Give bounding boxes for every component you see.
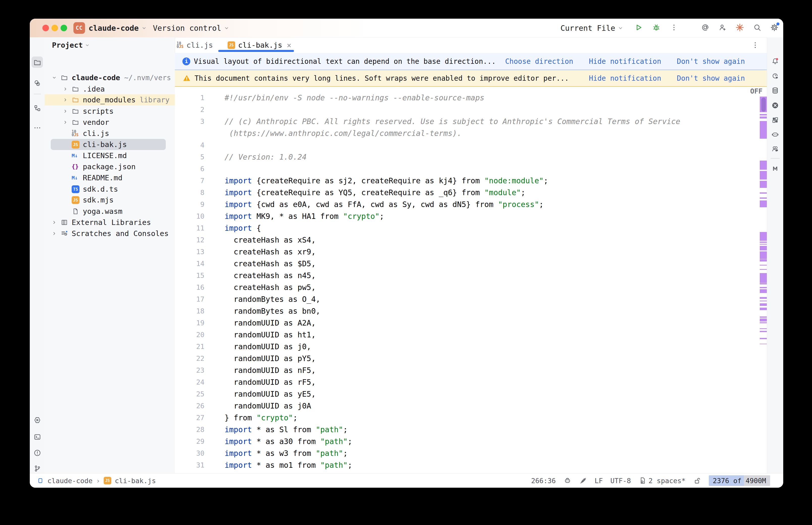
code-line-15[interactable]: 15 createHash as n45,: [175, 270, 767, 281]
tool-button-database[interactable]: [769, 85, 781, 96]
notification-link-choose-direction[interactable]: Choose direction: [505, 57, 573, 65]
code-line-26[interactable]: 26 randomUUID as j0A: [175, 400, 767, 412]
kebab-button[interactable]: [670, 23, 678, 33]
indent-widget[interactable]: 2 spaces*: [638, 477, 685, 485]
project-selector[interactable]: claude-code: [89, 19, 147, 37]
tool-button-problems[interactable]: [31, 447, 43, 459]
tab-cli-js[interactable]: 100JS cli.js: [177, 41, 213, 49]
bug-button[interactable]: [652, 23, 661, 33]
code-line-19[interactable]: 19 randomUUID as A2A,: [175, 317, 767, 329]
notification-link-hide-notification[interactable]: Hide notification: [589, 57, 661, 65]
code-line-28[interactable]: 28import * as Sl from "path";: [175, 424, 767, 435]
line-separator-widget[interactable]: LF: [595, 477, 603, 485]
tool-button-x-circle[interactable]: [769, 100, 781, 111]
tree-item-claude-code[interactable]: claude-code~/.nvm/vers: [45, 72, 175, 83]
code-line-16[interactable]: 16 createHash as pw5,: [175, 281, 767, 293]
close-window-button[interactable]: [42, 25, 49, 31]
tree-item--idea[interactable]: .idea: [45, 84, 175, 94]
gear-button[interactable]: [770, 23, 779, 33]
tree-item-scratches-and-consoles[interactable]: Scratches and Consoles: [45, 228, 175, 239]
tool-button-ai-chat[interactable]: [769, 70, 781, 82]
run-configuration-selector[interactable]: Current File: [560, 19, 623, 37]
at-sign-button[interactable]: [701, 23, 710, 33]
code-line-20[interactable]: 20 randomUUID as ht1,: [175, 329, 767, 341]
code-line-2[interactable]: 2: [175, 104, 767, 116]
code-line-5[interactable]: 5// Version: 1.0.24: [175, 151, 767, 163]
tree-item-yoga-wasm[interactable]: yoga.wasm: [45, 206, 175, 217]
tool-button-circles-question[interactable]: [31, 77, 43, 89]
code-line-10[interactable]: 10import MK9, * as HA1 from "crypto";: [175, 210, 767, 222]
lock-open-icon[interactable]: [693, 477, 701, 485]
code-line-7[interactable]: 7import {createRequire as sj2, createReq…: [175, 175, 767, 186]
memory-indicator[interactable]: 2376 of 4900M: [709, 475, 770, 486]
tree-item-package-json[interactable]: {}package.json: [45, 161, 175, 172]
tree-item-sdk-mjs[interactable]: JSsdk.mjs: [45, 194, 175, 206]
tree-item-cli-bak-js[interactable]: JScli-bak.js: [45, 139, 175, 150]
scrollbar-thumb[interactable]: [761, 97, 766, 112]
project-panel-header[interactable]: Project: [52, 39, 90, 51]
code-line-23[interactable]: 23 randomUUID as nF5,: [175, 364, 767, 376]
copilot-status-icon[interactable]: [563, 477, 572, 485]
tool-button-structure[interactable]: [31, 102, 43, 114]
code-line-14[interactable]: 14 createHash as $D5,: [175, 258, 767, 270]
tool-button-m-plugin[interactable]: [769, 163, 781, 174]
person-add-button[interactable]: [718, 23, 727, 33]
code-line-1[interactable]: 1#!/usr/bin/env -S node --no-warnings --…: [175, 92, 767, 104]
minimize-window-button[interactable]: [51, 25, 58, 31]
code-line-9[interactable]: 9import {cwd as e0A, cwd as FfA, cwd as …: [175, 198, 767, 210]
tree-item-scripts[interactable]: scripts: [45, 106, 175, 117]
code-line-13[interactable]: 13 createHash as xr9,: [175, 246, 767, 258]
code-line-25[interactable]: 25 randomUUID as yE5,: [175, 388, 767, 400]
code-line-30[interactable]: 30import * as w3 from "path";: [175, 447, 767, 459]
notification-link-don-t-show-again[interactable]: Don't show again: [677, 74, 745, 82]
tool-button-terminal[interactable]: [31, 431, 43, 442]
tool-button-run-hexagon[interactable]: [31, 414, 43, 426]
tree-item-license-md[interactable]: M↓LICENSE.md: [45, 150, 175, 161]
tool-button-bell[interactable]: [769, 56, 781, 67]
code-line-18[interactable]: 18 randomBytes as bn0,: [175, 305, 767, 317]
code-line-31[interactable]: 31import * as mo1 from "path";: [175, 459, 767, 471]
tool-button-project-folder[interactable]: [31, 57, 43, 68]
tool-button-code-with-me[interactable]: [769, 143, 781, 155]
code-line-17[interactable]: 17 randomBytes as O_4,: [175, 293, 767, 305]
code-line-wrap[interactable]: (https://www.anthropic.com/legal/commerc…: [175, 127, 767, 139]
tab-cli-bak-js[interactable]: JS cli-bak.js ×: [227, 41, 292, 50]
code-line-6[interactable]: 6: [175, 163, 767, 175]
tree-chevron[interactable]: [62, 84, 68, 94]
tree-chevron[interactable]: [62, 106, 68, 117]
tab-options-kebab-icon[interactable]: [751, 41, 759, 49]
encoding-widget[interactable]: UTF-8: [610, 477, 631, 485]
vcs-menu[interactable]: Version control: [153, 19, 230, 37]
search-button[interactable]: [753, 23, 762, 33]
tool-button-git-branch[interactable]: [31, 463, 43, 474]
burst-button[interactable]: [735, 23, 744, 33]
tree-chevron[interactable]: [51, 228, 57, 239]
tree-item-sdk-d-ts[interactable]: TSsdk.d.ts: [45, 183, 175, 195]
tree-chevron[interactable]: [62, 94, 68, 105]
tool-button-copilot[interactable]: [769, 129, 781, 140]
play-button[interactable]: [634, 23, 643, 33]
code-line-27[interactable]: 27} from "crypto";: [175, 412, 767, 424]
highlighting-off-icon[interactable]: [579, 477, 587, 485]
tree-item-vendor[interactable]: vendor: [45, 117, 175, 128]
code-line-29[interactable]: 29import * as a30 from "path";: [175, 435, 767, 447]
code-line-11[interactable]: 11import {: [175, 222, 767, 234]
notification-link-don-t-show-again[interactable]: Don't show again: [677, 57, 745, 65]
notification-link-hide-notification[interactable]: Hide notification: [589, 74, 661, 82]
tree-item-cli-js[interactable]: 100JScli.js: [45, 128, 175, 139]
breadcrumb-project[interactable]: claude-code: [47, 477, 93, 485]
code-line-8[interactable]: 8import {createRequire as YQ5, createReq…: [175, 186, 767, 198]
tree-item-node-modules[interactable]: node_moduleslibrary: [45, 94, 175, 105]
code-line-3[interactable]: 3// (c) Anthropic PBC. All rights reserv…: [175, 116, 767, 127]
caret-position[interactable]: 266:36: [531, 477, 556, 485]
tree-chevron[interactable]: [51, 72, 57, 83]
tree-item-external-libraries[interactable]: External Libraries: [45, 217, 175, 228]
code-line-4[interactable]: 4: [175, 139, 767, 151]
tool-button-more-dots[interactable]: [31, 122, 43, 133]
tree-chevron[interactable]: [51, 217, 57, 228]
tool-button-pinwheel[interactable]: [769, 114, 781, 126]
code-line-12[interactable]: 12 createHash as xS4,: [175, 234, 767, 246]
code-line-21[interactable]: 21 randomUUID as j0,: [175, 341, 767, 352]
code-line-22[interactable]: 22 randomUUID as pY5,: [175, 352, 767, 364]
code-editor[interactable]: 1#!/usr/bin/env -S node --no-warnings --…: [175, 87, 767, 474]
